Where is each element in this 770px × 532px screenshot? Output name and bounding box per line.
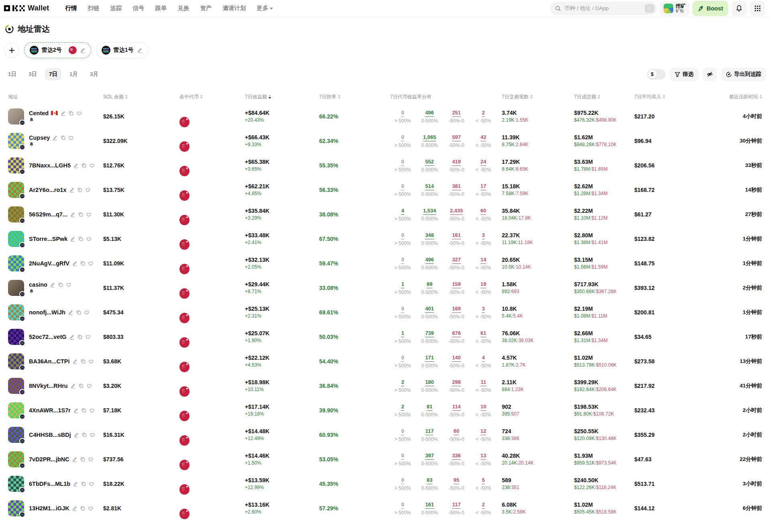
dist-count-link[interactable]: 397 bbox=[425, 453, 434, 459]
avatar[interactable] bbox=[8, 280, 24, 296]
table-row[interactable]: 8NVkyt...RHru $3.20K + bbox=[4, 373, 766, 398]
edit-icon[interactable] bbox=[73, 432, 79, 438]
avatar[interactable] bbox=[8, 378, 24, 394]
dist-count-link[interactable]: 0 bbox=[401, 355, 404, 361]
search-input[interactable] bbox=[564, 5, 642, 11]
boost-button[interactable]: Boost bbox=[693, 1, 728, 16]
avatar[interactable] bbox=[8, 353, 24, 369]
dist-count-link[interactable]: 169 bbox=[452, 306, 461, 312]
dist-count-link[interactable]: 60 bbox=[481, 208, 486, 214]
mining-button[interactable]: 挖矿 矿包 bbox=[660, 1, 689, 16]
table-row[interactable]: nonofj...WiJh $475.34 bbox=[4, 300, 766, 324]
copy-icon[interactable] bbox=[78, 236, 84, 242]
copy-icon[interactable] bbox=[77, 334, 83, 340]
dist-count-link[interactable]: 0 bbox=[401, 428, 404, 435]
time-tab-1月[interactable]: 1月 bbox=[65, 68, 82, 80]
column-header[interactable]: 7日胜率 bbox=[319, 94, 390, 100]
dist-count-link[interactable]: 597 bbox=[452, 134, 461, 141]
dist-count-link[interactable]: 298 bbox=[452, 379, 461, 386]
copy-icon[interactable] bbox=[81, 481, 86, 487]
time-tab-3月[interactable]: 3月 bbox=[86, 68, 102, 80]
edit-icon[interactable] bbox=[70, 236, 75, 242]
edit-icon[interactable] bbox=[72, 359, 78, 364]
dist-count-link[interactable]: 42 bbox=[481, 134, 486, 141]
heart-icon[interactable] bbox=[84, 310, 90, 315]
copy-icon[interactable] bbox=[76, 310, 81, 315]
copy-icon[interactable] bbox=[81, 432, 87, 438]
table-row[interactable]: STorre...SPwk $5.13K + bbox=[4, 226, 766, 251]
table-row[interactable]: Cupsey bbox=[4, 128, 766, 153]
dist-count-link[interactable]: 1 bbox=[401, 281, 404, 288]
edit-icon[interactable] bbox=[50, 282, 55, 287]
edit-icon[interactable] bbox=[69, 334, 75, 340]
table-row[interactable]: 4XnAWR...1S7r $7.18K + bbox=[4, 398, 766, 422]
heart-icon[interactable] bbox=[89, 408, 95, 413]
radar-chip-1[interactable]: 雷达2号 bbox=[24, 42, 91, 58]
dist-count-link[interactable]: 739 bbox=[425, 330, 434, 337]
dist-count-link[interactable]: 2 bbox=[401, 379, 404, 386]
export-to-tracking-button[interactable]: 导出到追踪 bbox=[721, 67, 766, 81]
dist-count-link[interactable]: 159 bbox=[452, 281, 461, 288]
address-name[interactable]: C4HHSB...sBDj bbox=[29, 432, 71, 438]
address-name[interactable]: 2NuAgV...gRfV bbox=[29, 260, 69, 267]
edit-icon[interactable] bbox=[60, 110, 66, 116]
table-row[interactable]: 56S29m...q7... $11.30K bbox=[4, 202, 766, 226]
edit-icon[interactable] bbox=[70, 212, 75, 217]
avatar[interactable] bbox=[8, 476, 24, 492]
dist-count-link[interactable]: 0 bbox=[401, 306, 404, 312]
avatar[interactable] bbox=[8, 206, 24, 222]
avatar[interactable] bbox=[8, 231, 24, 247]
dist-count-link[interactable]: 1,534 bbox=[423, 208, 436, 214]
currency-toggle[interactable]: $ bbox=[647, 69, 666, 79]
address-name[interactable]: STorre...SPwk bbox=[29, 236, 67, 242]
address-name[interactable]: 7BNaxx...LGH5 bbox=[29, 162, 71, 169]
table-row[interactable]: casino bbox=[4, 275, 766, 300]
edit-icon[interactable] bbox=[137, 47, 143, 53]
dist-count-link[interactable]: 140 bbox=[452, 355, 461, 361]
avatar[interactable] bbox=[8, 304, 24, 320]
chip-token-icon[interactable] bbox=[69, 46, 77, 54]
table-row[interactable]: Ar2Y6o...ro1x $13.75K bbox=[4, 177, 766, 202]
address-name[interactable]: BA36An...CTPi bbox=[29, 358, 70, 365]
avatar[interactable] bbox=[8, 402, 24, 418]
heart-icon[interactable] bbox=[90, 432, 95, 438]
dist-count-link[interactable]: 419 bbox=[452, 159, 461, 165]
dist-count-link[interactable]: 552 bbox=[425, 159, 434, 165]
heart-icon[interactable] bbox=[85, 334, 91, 340]
alert-bell-icon[interactable] bbox=[29, 289, 34, 294]
notifications-button[interactable] bbox=[731, 1, 747, 16]
nav-item-9[interactable]: 更多 bbox=[257, 4, 273, 12]
dist-count-link[interactable]: 17 bbox=[481, 183, 486, 190]
edit-icon[interactable] bbox=[68, 310, 73, 315]
nav-item-5[interactable]: 跟单 bbox=[155, 4, 167, 12]
dist-count-link[interactable]: 161 bbox=[452, 232, 461, 239]
dist-count-link[interactable]: 0 bbox=[401, 159, 404, 165]
heart-icon[interactable] bbox=[88, 457, 94, 462]
copy-icon[interactable] bbox=[80, 506, 86, 511]
dist-count-link[interactable]: 1,065 bbox=[423, 134, 436, 141]
copy-icon[interactable] bbox=[78, 383, 84, 389]
dist-count-link[interactable]: 3 bbox=[482, 232, 485, 239]
dist-count-link[interactable]: 0 bbox=[401, 232, 404, 239]
time-tab-1日[interactable]: 1日 bbox=[4, 68, 20, 80]
copy-icon[interactable] bbox=[81, 163, 87, 168]
edit-icon[interactable] bbox=[73, 481, 78, 487]
avatar[interactable] bbox=[8, 500, 24, 516]
table-row[interactable]: Cented bbox=[4, 104, 766, 128]
edit-icon[interactable] bbox=[52, 135, 58, 141]
dist-count-link[interactable]: 117 bbox=[452, 501, 461, 508]
dist-count-link[interactable]: 2 bbox=[482, 501, 485, 508]
nav-item-6[interactable]: 兑换 bbox=[178, 4, 189, 12]
edit-icon[interactable] bbox=[72, 506, 77, 511]
table-row[interactable]: 2NuAgV...gRfV $11.09K bbox=[4, 251, 766, 275]
filter-button[interactable]: 筛选 bbox=[670, 67, 699, 81]
address-name[interactable]: 52oc72...vetG bbox=[29, 334, 67, 340]
hide-button[interactable] bbox=[703, 67, 717, 81]
heart-icon[interactable] bbox=[76, 110, 82, 116]
nav-item-8[interactable]: 邀请计划 bbox=[223, 4, 246, 12]
add-radar-button[interactable] bbox=[4, 43, 19, 58]
dist-count-link[interactable]: 12 bbox=[481, 428, 486, 435]
dist-count-link[interactable]: 14 bbox=[481, 257, 486, 263]
edit-icon[interactable] bbox=[73, 408, 79, 413]
dist-count-link[interactable]: 61 bbox=[481, 330, 486, 337]
